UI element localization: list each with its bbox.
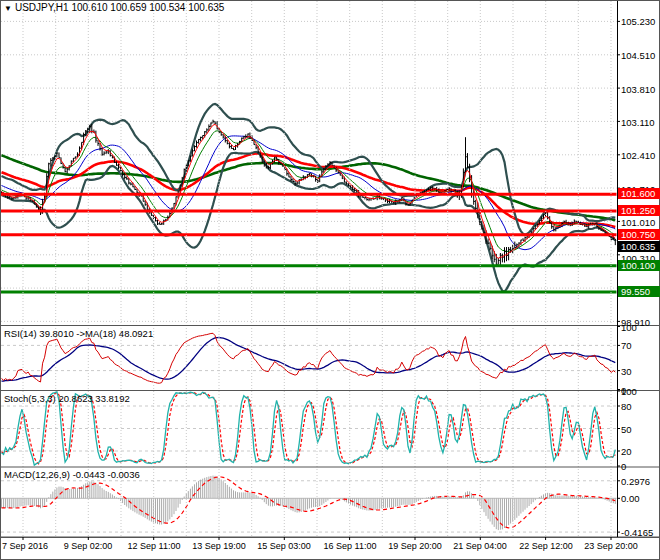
time-label: 21 Sep 04:00 bbox=[453, 541, 507, 551]
macd-axis-label: 0.00 bbox=[621, 493, 640, 504]
price-pane bbox=[1, 21, 617, 321]
chart-window: ▼USDJPY,H1 100.610 100.659 100.534 100.6… bbox=[0, 0, 660, 560]
rsi-axis-label: 30 bbox=[621, 366, 632, 377]
rsi-line bbox=[2, 333, 616, 383]
stoch-axis-label: 80 bbox=[621, 401, 632, 412]
rsi-pane bbox=[1, 333, 617, 383]
time-label: 22 Sep 12:00 bbox=[519, 541, 573, 551]
time-label: 15 Sep 03:00 bbox=[257, 541, 311, 551]
time-label: 7 Sep 2016 bbox=[2, 541, 48, 551]
time-label: 16 Sep 11:00 bbox=[324, 541, 377, 551]
macd-axis-label: 0.2976 bbox=[621, 476, 650, 487]
time-label: 19 Sep 20:00 bbox=[388, 541, 442, 551]
axis-ticks bbox=[23, 21, 620, 540]
stoch-axis-label: 100 bbox=[621, 386, 637, 397]
stoch-axis-label: 0 bbox=[621, 461, 626, 472]
rsi-axis-label: 100 bbox=[621, 322, 637, 333]
indicator-axes[interactable]: 1007030010080502000.29760.00-0.4165 bbox=[617, 0, 660, 537]
rsi-ma-line bbox=[2, 338, 616, 382]
time-label: 12 Sep 11:00 bbox=[128, 541, 181, 551]
time-label: 9 Sep 02:00 bbox=[64, 541, 113, 551]
time-axis[interactable]: 7 Sep 2016 9 Sep 02:00 12 Sep 11:00 13 S… bbox=[0, 538, 660, 560]
time-label: 23 Sep 20:00 bbox=[584, 541, 638, 551]
macd-pane bbox=[1, 476, 617, 532]
chart-canvas[interactable] bbox=[0, 0, 660, 560]
rsi-axis-label: 70 bbox=[621, 340, 632, 351]
macd-axis-label: -0.4165 bbox=[621, 527, 653, 538]
ma-medium-red bbox=[2, 153, 616, 227]
stoch-pane bbox=[1, 392, 617, 465]
time-label: 13 Sep 19:00 bbox=[192, 541, 246, 551]
stoch-axis-label: 50 bbox=[621, 424, 632, 435]
stoch-axis-label: 20 bbox=[621, 446, 632, 457]
